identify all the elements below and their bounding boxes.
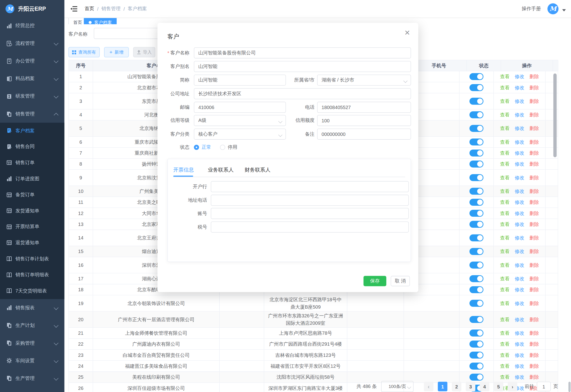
- status-toggle[interactable]: [469, 221, 483, 228]
- view-link[interactable]: 查看: [500, 262, 510, 269]
- edit-link[interactable]: 修改: [515, 275, 524, 282]
- delete-link[interactable]: 删除: [529, 139, 539, 146]
- status-toggle[interactable]: [469, 188, 483, 195]
- table-scrollbar-thumb[interactable]: [553, 73, 557, 157]
- phone-input[interactable]: 18008405527: [317, 102, 411, 112]
- customer-name-input[interactable]: 山河智能装备股份有限公司: [194, 47, 411, 58]
- sidebar-item-加工车间[interactable]: 加工车间: [0, 387, 64, 392]
- page-button-2[interactable]: 2: [452, 382, 461, 391]
- next-page-button[interactable]: ›: [508, 382, 517, 391]
- status-normal-radio[interactable]: [194, 145, 199, 150]
- status-toggle[interactable]: [469, 199, 483, 206]
- sidebar-item-办公管理[interactable]: 办公管理: [0, 52, 64, 70]
- user-menu-caret-icon[interactable]: [562, 9, 566, 11]
- table-row[interactable]: 21上海金师傅餐饮管理有限公司上海市卢湾区思南路78号查看修改删除: [69, 328, 558, 338]
- delete-link[interactable]: 删除: [529, 234, 539, 241]
- view-link[interactable]: 查看: [500, 234, 510, 241]
- page-button-5[interactable]: 5: [494, 382, 503, 391]
- status-toggle[interactable]: [469, 286, 483, 293]
- delete-link[interactable]: 删除: [529, 98, 539, 105]
- status-toggle[interactable]: [469, 374, 483, 381]
- edit-link[interactable]: 修改: [515, 111, 524, 118]
- edit-link[interactable]: 修改: [515, 330, 524, 337]
- status-toggle[interactable]: [469, 149, 483, 156]
- province-city-select[interactable]: 湖南省 / 长沙市: [317, 75, 411, 85]
- sidebar-subitem-发货通知单[interactable]: 发货通知单: [0, 203, 64, 219]
- edit-link[interactable]: 修改: [515, 221, 524, 228]
- sidebar-subitem-销售订单明细表[interactable]: 销售订单明细表: [0, 267, 64, 283]
- view-link[interactable]: 查看: [500, 160, 510, 168]
- tab-business-contact[interactable]: 业务联系人: [208, 164, 234, 176]
- sidebar-subitem-7天交货明细表[interactable]: 7天交货明细表: [0, 283, 64, 299]
- view-link[interactable]: 查看: [500, 98, 510, 105]
- sidebar-subitem-销售合同[interactable]: 销售合同: [0, 139, 64, 155]
- table-row[interactable]: 20广州市正大有一居酒店管理有限公司广州市环市东路326号之一广东亚洲国际大酒店…: [69, 311, 558, 328]
- brand[interactable]: M 升阳云ERP: [0, 0, 64, 18]
- short-name-input[interactable]: 山河智能: [194, 75, 286, 85]
- sidebar-item-生产管理[interactable]: 生产管理: [0, 369, 64, 387]
- cancel-button[interactable]: 取 消: [391, 276, 410, 286]
- status-toggle[interactable]: [469, 98, 483, 105]
- edit-link[interactable]: 修改: [515, 248, 524, 255]
- edit-link[interactable]: 修改: [515, 160, 524, 168]
- status-toggle[interactable]: [469, 316, 483, 323]
- credit-level-select[interactable]: A级: [194, 115, 286, 126]
- edit-link[interactable]: 修改: [515, 316, 524, 323]
- status-toggle[interactable]: [469, 275, 483, 282]
- status-toggle[interactable]: [469, 300, 483, 307]
- status-toggle[interactable]: [469, 235, 483, 241]
- sidebar-item-采购管理[interactable]: 采购管理: [0, 334, 64, 352]
- edit-link[interactable]: 修改: [515, 234, 524, 241]
- view-link[interactable]: 查看: [500, 125, 510, 132]
- page-button-1[interactable]: 1: [438, 382, 447, 391]
- delete-link[interactable]: 删除: [529, 352, 539, 359]
- edit-link[interactable]: 修改: [515, 139, 524, 146]
- view-link[interactable]: 查看: [500, 248, 510, 255]
- customer-alias-input[interactable]: 山河智能: [194, 61, 411, 72]
- page-scrollbar-thumb[interactable]: [568, 382, 571, 392]
- view-link[interactable]: 查看: [500, 199, 510, 206]
- status-toggle[interactable]: [469, 125, 483, 132]
- account-number-input[interactable]: [211, 208, 409, 219]
- delete-link[interactable]: 删除: [529, 84, 539, 91]
- delete-link[interactable]: 删除: [529, 160, 539, 168]
- delete-link[interactable]: 删除: [529, 262, 539, 269]
- status-toggle[interactable]: [469, 248, 483, 255]
- remark-input[interactable]: 000000000: [317, 128, 411, 140]
- view-link[interactable]: 查看: [500, 286, 510, 293]
- edit-link[interactable]: 修改: [515, 363, 524, 370]
- status-toggle[interactable]: [469, 341, 483, 348]
- status-toggle[interactable]: [469, 112, 483, 118]
- delete-link[interactable]: 删除: [529, 199, 539, 206]
- delete-link[interactable]: 删除: [529, 111, 539, 118]
- page-button-3[interactable]: 3: [466, 382, 475, 391]
- view-link[interactable]: 查看: [500, 374, 510, 381]
- status-toggle[interactable]: [469, 352, 483, 359]
- delete-link[interactable]: 删除: [529, 300, 539, 307]
- view-link[interactable]: 查看: [500, 221, 510, 228]
- edit-link[interactable]: 修改: [515, 188, 524, 195]
- page-size-select[interactable]: 100条/页: [381, 381, 414, 392]
- sidebar-item-销售报表[interactable]: 销售报表: [0, 299, 64, 316]
- view-link[interactable]: 查看: [500, 316, 510, 323]
- sidebar-item-销售管理[interactable]: 销售管理: [0, 105, 64, 123]
- sidebar-item-料品档案[interactable]: 料品档案: [0, 70, 64, 87]
- edit-link[interactable]: 修改: [515, 374, 524, 381]
- status-toggle[interactable]: [469, 210, 483, 217]
- edit-link[interactable]: 修改: [515, 125, 524, 132]
- status-toggle[interactable]: [469, 363, 483, 369]
- table-row[interactable]: 22广州露迪内衣有限公司广州市广园西路瑶台西街291号4楼查看修改删除: [69, 339, 558, 350]
- edit-link[interactable]: 修改: [515, 340, 524, 348]
- avatar[interactable]: M: [547, 3, 558, 14]
- view-link[interactable]: 查看: [500, 188, 510, 195]
- add-button[interactable]: + 新增: [104, 47, 129, 57]
- sidebar-subitem-订单进度图[interactable]: 订单进度图: [0, 171, 64, 187]
- status-toggle[interactable]: [469, 174, 483, 181]
- view-link[interactable]: 查看: [500, 352, 510, 359]
- credit-limit-input[interactable]: 100: [317, 115, 411, 126]
- status-toggle[interactable]: [469, 84, 483, 91]
- view-link[interactable]: 查看: [500, 73, 510, 80]
- delete-link[interactable]: 删除: [529, 363, 539, 370]
- zip-code-input[interactable]: 410006: [194, 102, 286, 112]
- view-link[interactable]: 查看: [500, 340, 510, 348]
